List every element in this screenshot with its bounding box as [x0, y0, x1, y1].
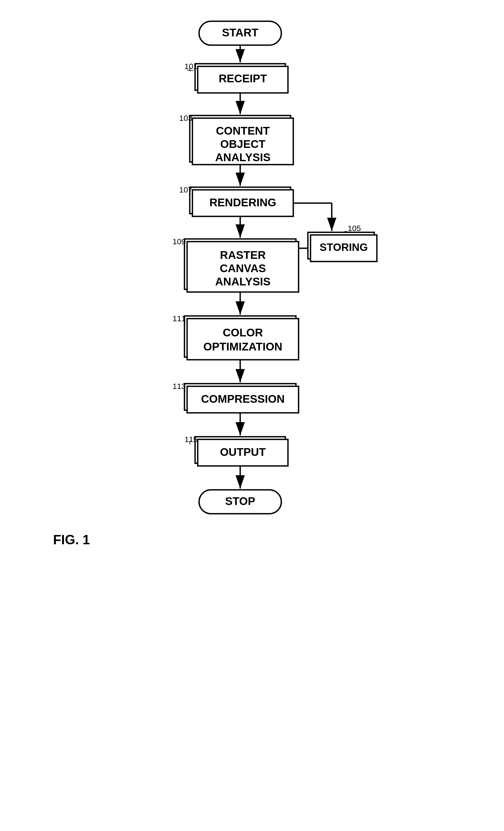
content-label-2: OBJECT	[220, 138, 266, 150]
ref-111: 111	[173, 314, 186, 323]
storing-label: STORING	[320, 241, 368, 253]
ref-107: 107	[179, 185, 192, 194]
ref-113: 113	[173, 382, 186, 391]
rendering-label: RENDERING	[209, 196, 276, 209]
raster-label-3: ANALYSIS	[215, 275, 271, 288]
diagram-container: START RECEIPT 101 CONTENT OBJECT ANALYSI…	[0, 0, 504, 831]
ref-115: 115	[184, 435, 198, 443]
start-label: START	[222, 26, 259, 39]
content-label-3: ANALYSIS	[215, 151, 271, 164]
flowchart-svg: START RECEIPT 101 CONTENT OBJECT ANALYSI…	[0, 0, 504, 831]
ref-101: 101	[184, 62, 198, 70]
color-opt-label-2: OPTIMIZATION	[203, 340, 283, 353]
output-label: OUTPUT	[220, 446, 266, 458]
receipt-label: RECEIPT	[219, 72, 267, 85]
ref-103: 103	[179, 114, 192, 122]
compression-label: COMPRESSION	[201, 393, 285, 405]
content-label-1: CONTENT	[216, 124, 270, 137]
ref-105: 105	[348, 224, 361, 233]
svg-rect-22	[187, 319, 299, 360]
color-opt-label-1: COLOR	[223, 326, 263, 339]
raster-label-1: RASTER	[220, 249, 266, 261]
fig-label: FIG. 1	[53, 532, 90, 547]
raster-label-2: CANVAS	[220, 262, 266, 275]
stop-label: STOP	[225, 495, 255, 507]
ref-109: 109	[173, 237, 186, 246]
